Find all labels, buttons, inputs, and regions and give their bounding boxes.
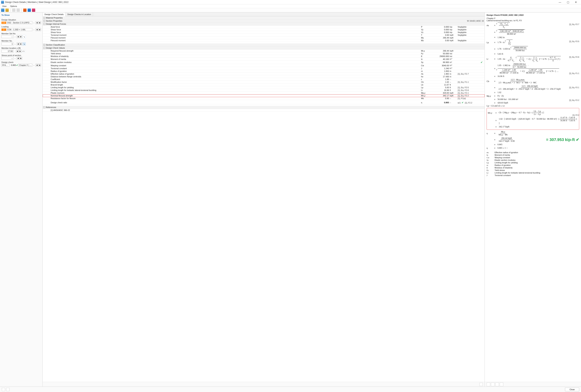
app-icon bbox=[1, 1, 4, 4]
group-section[interactable]: +Section PropertiesW 18x50 | AISC 16 bbox=[43, 19, 484, 22]
toolbar-icon-5[interactable] bbox=[23, 8, 26, 12]
chevron-down-icon[interactable]: ⌄ bbox=[14, 43, 16, 45]
next-check-button[interactable]: ▶ bbox=[38, 64, 41, 67]
tab-location[interactable]: Design Checks in Location bbox=[66, 12, 93, 16]
loc-extra-icon: x/x bbox=[22, 49, 25, 53]
table-row: Plastic moment Mp,y 420.83 kipft [1], Eq… bbox=[43, 92, 484, 94]
group-classification[interactable]: +Section Classification bbox=[43, 43, 484, 46]
design-check-code[interactable]: FF4100 bbox=[2, 64, 10, 67]
table-row: Limiting length for inelastic lateral-to… bbox=[43, 89, 484, 92]
menu-view[interactable]: View bbox=[2, 5, 7, 8]
status-icon-2[interactable] bbox=[6, 388, 10, 391]
table-row: Shear force Vy 0.000 kip Negligible bbox=[43, 28, 484, 31]
result-annotation: = 307.953 kip-ft ✔ bbox=[546, 137, 579, 142]
table-row: Braced length Lb 11.67 ft bbox=[43, 83, 484, 86]
table-row: Yield stress Fy 50.000 ksi bbox=[43, 52, 484, 55]
toolbar-icon-2[interactable] bbox=[6, 8, 9, 12]
right-tool-1-icon[interactable] bbox=[486, 383, 490, 386]
toolbar-icon-6[interactable] bbox=[28, 8, 31, 12]
loading-badge: 2 bbox=[2, 28, 6, 31]
member-loc-input[interactable]: 17.50 bbox=[2, 50, 14, 53]
member-set-label: Member Set No. bbox=[2, 32, 41, 35]
status-bar: Close bbox=[0, 387, 581, 392]
group-check-values[interactable]: −Design Check Values bbox=[43, 46, 484, 49]
table-row: Distance between flange centroids ho 17.… bbox=[43, 75, 484, 78]
status-icon-1[interactable] bbox=[2, 388, 5, 391]
menu-options[interactable]: Options bbox=[10, 5, 18, 8]
formula-title: Design Check FF4100 | AISC 360 | 2022 bbox=[486, 13, 579, 17]
next-member-button[interactable]: ▶ bbox=[20, 42, 22, 45]
maximize-button[interactable]: ▢ bbox=[564, 0, 572, 4]
member-loc-label: Member location x [ft] bbox=[2, 47, 41, 49]
chevron-down-icon[interactable]: ⌄ bbox=[33, 64, 35, 66]
group-material[interactable]: +Material Properties bbox=[43, 16, 484, 19]
next-situation-button[interactable]: ▶ bbox=[38, 21, 41, 24]
ratio-row: Design check ratio η 0.865 -- ≤ 1 ✔ [1],… bbox=[43, 101, 484, 104]
toolbar-icon-4[interactable] bbox=[16, 8, 20, 12]
tab-details[interactable]: Design Check Details bbox=[43, 12, 66, 16]
toolbar-icon-1[interactable] bbox=[1, 8, 4, 12]
close-button[interactable]: Close bbox=[565, 388, 579, 391]
next-loading-button[interactable]: ▶ bbox=[38, 28, 41, 31]
pick-member-icon[interactable]: ↘ bbox=[22, 42, 26, 45]
chevron-down-icon[interactable]: ⌄ bbox=[33, 22, 35, 23]
right-tool-2-icon[interactable] bbox=[491, 383, 494, 386]
chevron-down-icon[interactable]: ⌄ bbox=[33, 29, 35, 30]
minimize-button[interactable]: — bbox=[556, 0, 564, 4]
design-situation-badge: 2.3 bbox=[2, 21, 6, 24]
prev-check-button[interactable]: ◀ bbox=[36, 64, 38, 67]
next-stresspt-button[interactable]: ▶ bbox=[20, 57, 22, 60]
design-check-desc[interactable]: Chapter F | Lateral-torsio... bbox=[18, 64, 32, 67]
right-tool-3-icon[interactable] bbox=[495, 383, 499, 386]
prev-member-button[interactable]: ◀ bbox=[17, 42, 19, 45]
member-set-input[interactable]: -- bbox=[2, 35, 14, 38]
print-icon[interactable] bbox=[500, 383, 503, 386]
prev-loading-button[interactable]: ◀ bbox=[36, 28, 38, 31]
table-row: Moment of inertia Iz 40.100 in⁴ bbox=[43, 58, 484, 61]
check-ok-icon: ✔ bbox=[480, 61, 483, 64]
design-check-label: Design check bbox=[2, 61, 41, 63]
toolbar-sep bbox=[10, 8, 10, 12]
loading-label: Loading bbox=[2, 25, 41, 28]
legend-row: LrLimiting length for inelastic lateral-… bbox=[486, 171, 579, 174]
table-row: Flexural moment My 266.44 kipft bbox=[43, 36, 484, 39]
table-row: Nominal flexural strength Mn,y 342.17 ki… bbox=[43, 94, 484, 97]
chevron-down-icon[interactable]: ⌄ bbox=[14, 57, 16, 59]
next-loc-button[interactable]: ▶ bbox=[19, 50, 22, 53]
reference-row: [1] ANSI/AISC 360-22 bbox=[43, 109, 484, 112]
legend-row: rzRadius of gyration bbox=[486, 164, 579, 166]
right-footer bbox=[485, 382, 581, 387]
table-row: Radius of gyration rz 1.650 in bbox=[43, 70, 484, 73]
pick-memberset-icon[interactable]: ↘ bbox=[22, 35, 26, 38]
toolbar-icon-7[interactable] bbox=[32, 8, 35, 12]
symbol-legend: rtsEffective radius of gyrationIzMoment … bbox=[486, 151, 579, 177]
group-references[interactable]: −References bbox=[43, 106, 484, 109]
table-row: Torsional constant J 1.240 in⁴ bbox=[43, 67, 484, 70]
table-row: Elastic section modulus Sy 88.900 in³ ✔ bbox=[43, 61, 484, 64]
loading-select[interactable]: CO6 - 1.20D + 1.60L bbox=[6, 28, 32, 31]
next-memberset-button[interactable]: ▶ bbox=[20, 35, 22, 38]
sidebar-heading: To Show bbox=[2, 13, 41, 17]
group-internal-forces[interactable]: −Design Internal Forces bbox=[43, 22, 484, 25]
check-ok-icon: ✔ bbox=[462, 101, 464, 104]
prev-loc-button[interactable]: ◀ bbox=[16, 50, 18, 53]
chevron-down-icon[interactable]: ⌄ bbox=[14, 36, 16, 37]
prev-memberset-button[interactable]: ◀ bbox=[17, 35, 19, 38]
table-row: Modification factor Cb 1.02 -- [1], Eq. … bbox=[43, 81, 484, 83]
close-window-button[interactable]: ✕ bbox=[572, 0, 580, 4]
toolbar bbox=[0, 8, 581, 12]
table-row: Required flexural strength Mr,y 266.44 k… bbox=[43, 49, 484, 52]
table-row: Coefficient c 1.00 -- bbox=[43, 78, 484, 81]
highlighted-formula: Mn,y= Cb · [ Mp,y − (Mp,y − 0.7 · Fy · S… bbox=[486, 108, 579, 130]
stress-point-input[interactable]: -- bbox=[2, 57, 14, 60]
prev-situation-button[interactable]: ◀ bbox=[36, 21, 38, 24]
legend-row: FyYield stress bbox=[486, 169, 579, 171]
member-no-input[interactable]: 1 bbox=[2, 42, 14, 45]
toolbar-icon-3[interactable] bbox=[12, 8, 16, 12]
prev-stresspt-button[interactable]: ◀ bbox=[17, 57, 19, 60]
check-ok-icon: ✔ bbox=[16, 64, 18, 66]
legend-row: rtsEffective radius of gyration bbox=[486, 151, 579, 154]
design-situation-select[interactable]: DS2 - Section 2.3 (LRFD), 1. to 5. bbox=[6, 21, 32, 24]
details-panel: Design Check Details Design Checks in Lo… bbox=[43, 12, 485, 387]
export-icon[interactable] bbox=[480, 383, 483, 386]
